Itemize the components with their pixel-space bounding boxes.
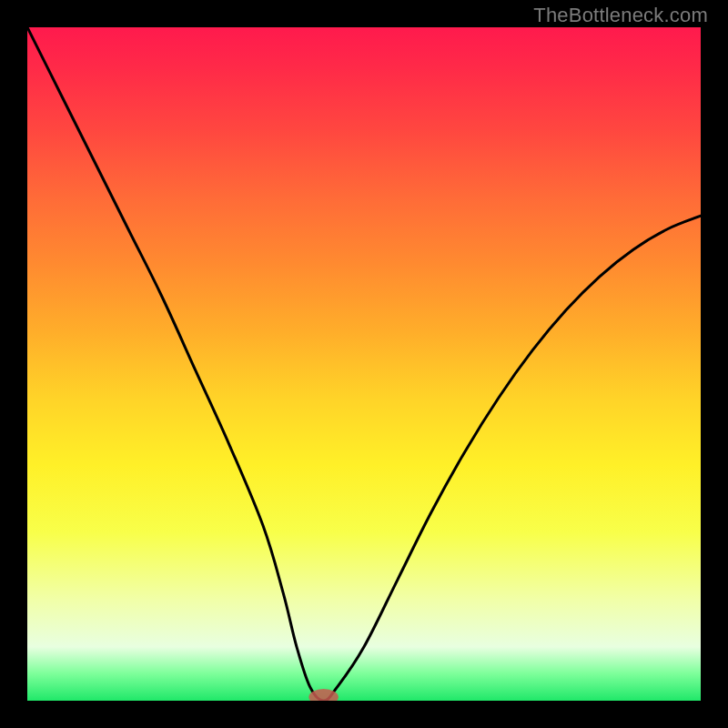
bottleneck-curve [27, 27, 701, 701]
watermark-text: TheBottleneck.com [533, 4, 708, 27]
plot-svg [27, 27, 701, 701]
chart-frame: TheBottleneck.com [0, 0, 728, 728]
plot-area [27, 27, 701, 701]
